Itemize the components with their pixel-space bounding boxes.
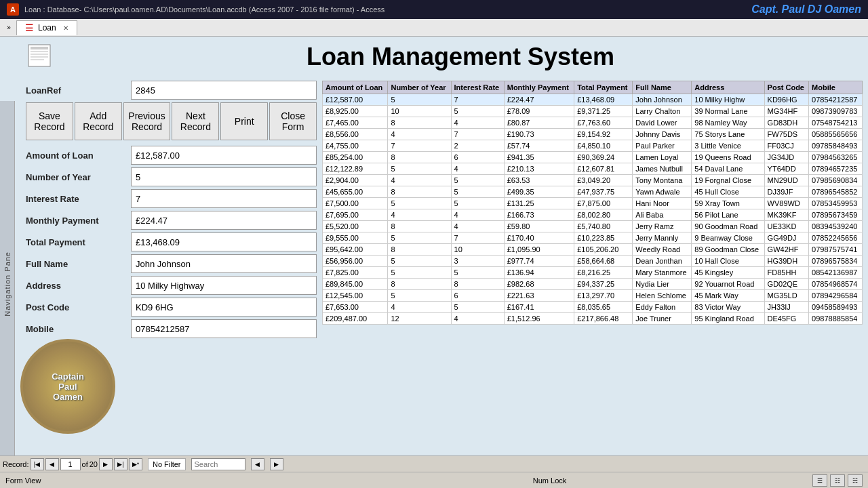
next-record-button[interactable]: Next Record — [172, 102, 219, 140]
amount-input[interactable] — [131, 146, 317, 165]
layout-view-btn[interactable]: ☵ — [848, 474, 863, 487]
table-row[interactable]: £56,956.0053£977.74£58,664.68Dean Jontha… — [323, 256, 863, 267]
table-row[interactable]: £45,655.0085£499.35£47,937.75Yawn Adwale… — [323, 186, 863, 198]
table-cell: 08542136987 — [809, 267, 863, 279]
table-row[interactable]: £7,825.0055£136.94£8,216.25Mary Stanmore… — [323, 267, 863, 279]
last-record-btn[interactable]: ▶| — [114, 458, 127, 470]
table-cell: 5 — [388, 94, 451, 106]
table-cell: £56,956.00 — [323, 256, 388, 267]
table-row[interactable]: £5,520.0084£59.80£5,740.80Jerry Ramz90 G… — [323, 221, 863, 232]
navigation-pane[interactable]: Navigation Pane — [0, 101, 15, 467]
years-input[interactable] — [131, 167, 317, 186]
table-row[interactable]: £89,845.0088£982.68£94,337.25Nydia Lier9… — [323, 279, 863, 290]
tab-bar: » ☰ Loan ✕ — [0, 19, 868, 37]
address-input[interactable] — [131, 276, 317, 295]
current-record-input[interactable] — [60, 458, 81, 470]
table-row[interactable]: £7,465.0084£80.87£7,763.60David Lower98 … — [323, 117, 863, 129]
loanref-row: LoanRef — [26, 81, 317, 100]
col-total: Total Payment — [574, 81, 633, 94]
table-cell: 19 Queens Road — [692, 152, 764, 163]
tab-nav-arrow[interactable]: » — [3, 22, 15, 34]
loanref-input[interactable] — [131, 81, 317, 100]
table-cell: £8,925.00 — [323, 106, 388, 117]
table-cell: 8 — [388, 221, 451, 232]
table-cell: 9 Beanway Close — [692, 232, 764, 244]
table-cell: Johnny Davis — [633, 129, 692, 140]
table-row[interactable]: £4,755.0072£57.74£4,850.10Paul Parker3 L… — [323, 140, 863, 152]
status-bar: Record: |◀ ◀ of 20 ▶ ▶| ▶* No Filter ◀ ▶ — [0, 455, 868, 472]
table-cell: 07985690834 — [809, 175, 863, 186]
table-cell: Tony Montana — [633, 175, 692, 186]
loan-tab[interactable]: ☰ Loan ✕ — [16, 20, 77, 35]
table-cell: 10 — [388, 106, 451, 117]
total-input[interactable] — [131, 232, 317, 251]
record-of: of — [82, 460, 88, 468]
interest-input[interactable] — [131, 189, 317, 208]
fullname-input[interactable] — [131, 254, 317, 273]
close-form-button[interactable]: Close Form — [269, 102, 317, 140]
title-bar-left: A Loan : Database- C:\Users\paul.oamen.A… — [7, 3, 384, 16]
table-cell: £190.73 — [504, 129, 574, 140]
first-record-btn[interactable]: |◀ — [31, 458, 44, 470]
table-cell: FF03CJ — [764, 140, 809, 152]
mobile-input[interactable] — [131, 319, 317, 338]
prev-record-btn[interactable]: ◀ — [45, 458, 59, 470]
table-cell: Lamen Loyal — [633, 152, 692, 163]
search-left-btn[interactable]: ◀ — [251, 458, 264, 470]
table-cell: £8,556.00 — [323, 129, 388, 140]
next-record-nav-btn[interactable]: ▶ — [99, 458, 113, 470]
search-right-btn[interactable]: ▶ — [270, 458, 283, 470]
table-cell: £10,223.85 — [574, 232, 633, 244]
title-bar: A Loan : Database- C:\Users\paul.oamen.A… — [0, 0, 868, 19]
table-cell: Dean Jonthan — [633, 256, 692, 267]
table-row[interactable]: £12,122.8954£210.13£12,607.81James Nutbu… — [323, 163, 863, 175]
table-cell: 07987575741 — [809, 244, 863, 256]
table-scroll[interactable]: Amount of Loan Number of Year Interest R… — [322, 81, 863, 433]
monthly-input[interactable] — [131, 211, 317, 230]
table-row[interactable]: £7,695.0044£166.73£8,002.80Ali Baba56 Pi… — [323, 209, 863, 221]
table-cell: £12,545.00 — [323, 290, 388, 302]
table-cell: £85,254.00 — [323, 152, 388, 163]
table-cell: £131.25 — [504, 198, 574, 209]
table-row[interactable]: £8,556.0047£190.73£9,154.92Johnny Davis7… — [323, 129, 863, 140]
table-row[interactable]: £12,545.0056£221.63£13,297.70Helen Schlo… — [323, 290, 863, 302]
table-row[interactable]: £2,904.0045£63.53£3,049.20Tony Montana19… — [323, 175, 863, 186]
table-row[interactable]: £12,587.0057£224.47£13,468.09John Johnso… — [323, 94, 863, 106]
table-row[interactable]: £209,487.00124£1,512.96£217,866.48Joe Tr… — [323, 313, 863, 325]
table-cell: Mary Stanmore — [633, 267, 692, 279]
postcode-input[interactable] — [131, 298, 317, 317]
table-cell: Hani Noor — [633, 198, 692, 209]
search-input[interactable] — [191, 458, 245, 470]
monthly-label: Monthly Payment — [26, 213, 131, 228]
table-row[interactable]: £95,642.00810£1,095.90£105,206.20Weedly … — [323, 244, 863, 256]
print-button[interactable]: Print — [220, 102, 268, 140]
mobile-row: Mobile — [26, 319, 317, 338]
table-cell: 6 — [451, 290, 504, 302]
save-record-button[interactable]: Save Record — [26, 102, 73, 140]
table-row[interactable]: £85,254.0086£941.35£90,369.24Lamen Loyal… — [323, 152, 863, 163]
filter-indicator: No Filter — [148, 458, 186, 470]
previous-record-button[interactable]: Previous Record — [123, 102, 171, 140]
mobile-label: Mobile — [26, 321, 131, 337]
table-row[interactable]: £7,500.0055£131.25£7,875.00Hani Noor59 X… — [323, 198, 863, 209]
table-cell: £167.41 — [504, 302, 574, 313]
table-cell: £7,695.00 — [323, 209, 388, 221]
table-cell: Larry Chalton — [633, 106, 692, 117]
table-cell: 4 — [451, 209, 504, 221]
form-view-btn[interactable]: ☰ — [812, 474, 827, 487]
table-cell: 3 — [451, 256, 504, 267]
table-cell: David Lower — [633, 117, 692, 129]
table-cell: £57.74 — [504, 140, 574, 152]
add-record-button[interactable]: Add Record — [75, 102, 122, 140]
table-cell: 5 — [388, 198, 451, 209]
record-total: 20 — [90, 460, 98, 468]
close-tab-icon[interactable]: ✕ — [63, 24, 68, 32]
buttons-row: Save Record Add Record Previous Record N… — [26, 102, 317, 140]
tab-icon: ☰ — [25, 22, 34, 33]
table-row[interactable]: £7,653.0045£167.41£8,035.65Eddy Falton83… — [323, 302, 863, 313]
table-row[interactable]: £8,925.00105£78.09£9,371.25Larry Chalton… — [323, 106, 863, 117]
datasheet-view-btn[interactable]: ☷ — [830, 474, 845, 487]
table-row[interactable]: £9,555.0057£170.40£10,223.85Jerry Mannly… — [323, 232, 863, 244]
new-record-btn[interactable]: ▶* — [129, 458, 142, 470]
loan-table: Amount of Loan Number of Year Interest R… — [322, 81, 863, 325]
